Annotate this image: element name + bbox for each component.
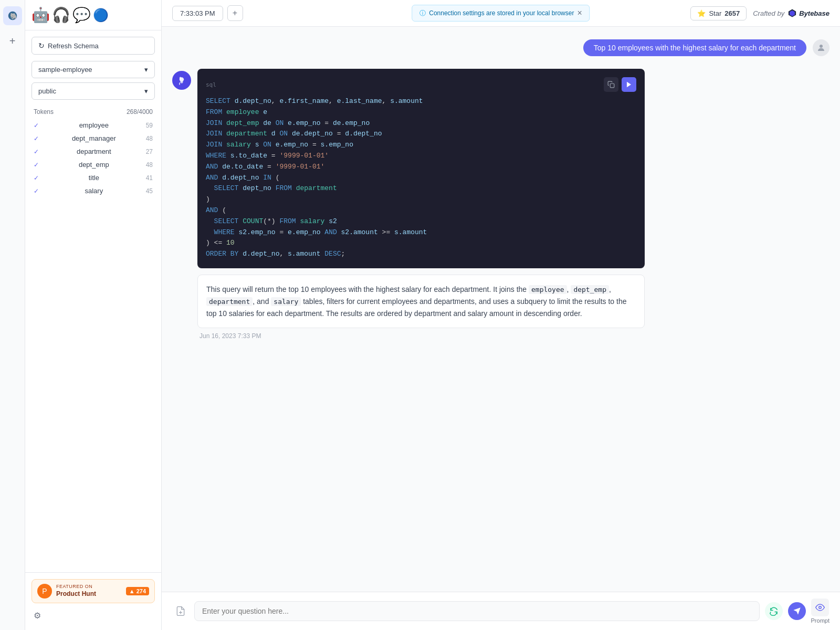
check-icon: ✓ — [34, 122, 39, 129]
product-hunt-badge[interactable]: P FEATURED ON Product Hunt ▲ 274 — [32, 579, 155, 603]
table-name: dept_emp — [79, 161, 109, 169]
refresh-schema-button[interactable]: ↻ Refresh Schema — [32, 37, 155, 55]
product-hunt-count: ▲ 274 — [126, 587, 149, 595]
topbar-right: ⭐ Star 2657 Crafted by Bytebase — [690, 6, 830, 20]
svg-marker-7 — [627, 82, 631, 88]
product-hunt-text: FEATURED ON Product Hunt — [56, 584, 96, 598]
sql-code-content: SELECT d.dept_no, e.first_name, e.last_n… — [206, 96, 636, 260]
schema-value: sample-employee — [38, 66, 92, 74]
add-connection-btn[interactable]: + — [3, 32, 22, 50]
table-name: title — [89, 174, 99, 182]
check-icon: ✓ — [34, 135, 39, 142]
table-name: salary — [85, 187, 103, 195]
public-dropdown[interactable]: public ▾ — [32, 82, 155, 100]
sidebar: 🤖 🎧 💬 🔵 ↻ Refresh Schema sample-employee… — [25, 0, 162, 630]
info-banner: ⓘ Connection settings are stored in your… — [412, 5, 590, 22]
token-count: 41 — [146, 174, 153, 182]
code-employee: employee — [529, 285, 567, 294]
product-hunt-icon: P — [37, 584, 52, 598]
code-salary: salary — [271, 297, 301, 306]
star-label: Star — [709, 9, 721, 17]
bytebase-logo-icon — [788, 8, 797, 18]
svg-text:🐘: 🐘 — [9, 12, 17, 20]
table-name: department — [77, 148, 111, 155]
svg-point-5 — [181, 81, 183, 83]
list-item[interactable]: ✓ dept_manager 48 — [32, 132, 155, 145]
db-icon-btn[interactable]: 🐘 — [3, 6, 22, 25]
copy-sql-button[interactable] — [604, 77, 618, 92]
gear-icon: ⚙ — [34, 611, 41, 621]
token-count: 45 — [146, 187, 153, 195]
prompt-label: Prompt — [811, 617, 830, 624]
explanation-block: This query will return the top 10 employ… — [197, 275, 645, 328]
sidebar-footer: P FEATURED ON Product Hunt ▲ 274 ⚙ — [25, 572, 161, 630]
check-icon: ✓ — [34, 187, 39, 195]
token-count: 48 — [146, 161, 153, 169]
topbar: 7:33:03 PM + ⓘ Connection settings are s… — [162, 0, 840, 27]
chevron-down-icon: ▾ — [144, 66, 148, 74]
input-area: Prompt — [162, 592, 840, 630]
close-banner-button[interactable]: × — [577, 8, 582, 18]
tokens-value: 268/4000 — [127, 108, 153, 116]
list-item[interactable]: ✓ department 27 — [32, 145, 155, 158]
list-item[interactable]: ✓ title 41 — [32, 171, 155, 184]
star-icon: ⭐ — [697, 9, 706, 17]
table-name: employee — [79, 121, 109, 129]
token-count: 59 — [146, 122, 153, 129]
run-sql-button[interactable] — [622, 77, 636, 92]
main-content: 7:33:03 PM + ⓘ Connection settings are s… — [162, 0, 840, 630]
tab-label: 7:33:03 PM — [180, 9, 215, 17]
product-hunt-name: Product Hunt — [56, 590, 96, 598]
app-logo: 🤖 🎧 💬 🔵 — [32, 6, 109, 24]
chevron-down-icon-2: ▾ — [144, 87, 148, 95]
info-icon: ⓘ — [419, 9, 426, 18]
check-icon: ✓ — [34, 148, 39, 155]
token-count: 27 — [146, 148, 153, 155]
chat-input[interactable] — [194, 601, 760, 621]
sql-label: sql — [206, 77, 636, 92]
bytebase-name: Bytebase — [799, 9, 830, 17]
svg-point-8 — [819, 606, 822, 609]
message-timestamp: Jun 16, 2023 7:33 PM — [197, 332, 645, 340]
user-prompt-badge: Top 10 employees with the highest salary… — [583, 39, 806, 56]
sql-code-block: sql — [197, 69, 645, 268]
table-list: ✓ employee 59 ✓ dept_manager 48 ✓ depart… — [32, 119, 155, 197]
list-item[interactable]: ✓ employee 59 — [32, 119, 155, 132]
code-dept-emp: dept_emp — [571, 285, 609, 294]
ai-avatar — [172, 71, 191, 90]
sidebar-header: 🤖 🎧 💬 🔵 — [25, 0, 161, 30]
explanation-text: This query will return the top 10 employ… — [206, 285, 627, 318]
list-item[interactable]: ✓ dept_emp 48 — [32, 158, 155, 171]
sidebar-content: ↻ Refresh Schema sample-employee ▾ publi… — [25, 30, 161, 572]
info-text: Connection settings are stored in your l… — [429, 9, 574, 17]
chat-area: Top 10 employees with the highest salary… — [162, 27, 840, 592]
check-icon: ✓ — [34, 174, 39, 182]
user-message-row: Top 10 employees with the highest salary… — [172, 39, 830, 56]
clear-input-button[interactable] — [765, 602, 783, 620]
prompt-button-area[interactable]: Prompt — [811, 598, 830, 624]
crafted-by-text: Crafted by — [753, 9, 784, 17]
refresh-icon: ↻ — [38, 41, 45, 50]
svg-point-2 — [820, 45, 823, 48]
ai-content: sql — [197, 69, 645, 340]
sql-actions — [604, 77, 636, 92]
left-icon-strip: 🐘 + — [0, 0, 25, 630]
table-name: dept_manager — [72, 134, 116, 142]
refresh-label: Refresh Schema — [48, 42, 99, 50]
tab-button[interactable]: 7:33:03 PM — [172, 6, 223, 21]
list-item[interactable]: ✓ salary 45 — [32, 184, 155, 197]
schema-dropdown[interactable]: sample-employee ▾ — [32, 61, 155, 78]
topbar-left: 7:33:03 PM + — [172, 5, 243, 21]
tokens-label: Tokens — [34, 108, 54, 116]
featured-label: FEATURED ON — [56, 584, 96, 590]
svg-rect-6 — [610, 83, 614, 88]
settings-button[interactable]: ⚙ — [32, 607, 155, 624]
public-value: public — [38, 87, 56, 95]
triangle-icon: ▲ — [129, 588, 135, 594]
add-tab-button[interactable]: + — [227, 5, 243, 21]
prompt-button[interactable] — [811, 598, 829, 616]
token-count: 48 — [146, 135, 153, 142]
input-left-icon — [172, 603, 189, 620]
send-button[interactable] — [788, 602, 806, 620]
github-star-button[interactable]: ⭐ Star 2657 — [690, 6, 747, 20]
